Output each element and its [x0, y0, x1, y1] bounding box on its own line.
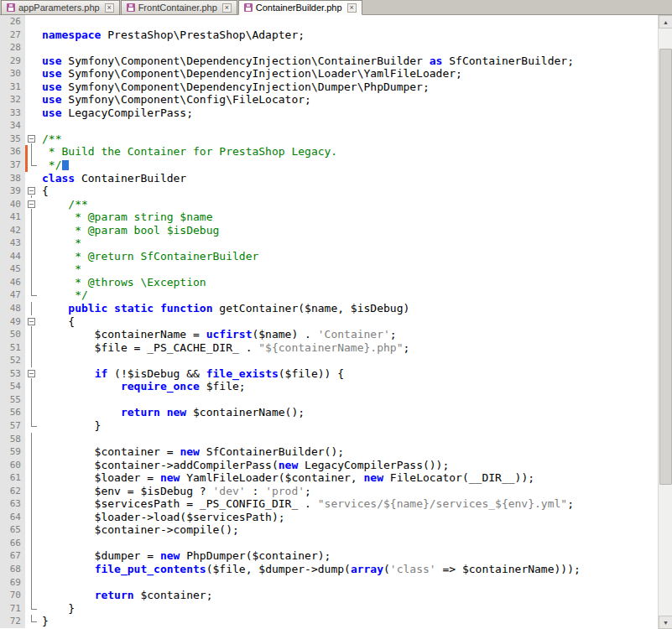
code-token: ; — [305, 485, 311, 497]
code-line[interactable]: 54 require_once $file; — [0, 380, 658, 393]
code-line[interactable]: 68 file_put_contents($file, $dumper->dum… — [0, 563, 658, 576]
code-line[interactable]: 28 — [0, 41, 658, 55]
code-line[interactable]: 62 $env = $isDebug ? 'dev' : 'prod'; — [0, 485, 658, 498]
code-line[interactable]: 31use Symfony\Component\DependencyInject… — [0, 81, 658, 94]
keyword-token: new — [160, 471, 180, 484]
code-token: (!$isDebug && — [107, 367, 206, 380]
line-number: 30 — [0, 67, 25, 81]
fold-toggle-icon[interactable] — [25, 133, 39, 146]
code-line[interactable]: 57 } — [0, 419, 658, 433]
scroll-up-icon[interactable]: ▲ — [659, 15, 672, 29]
code-line[interactable]: 61 $loader = new YamlFileLoader($contain… — [0, 471, 658, 485]
code-line[interactable]: 30use Symfony\Component\DependencyInject… — [0, 67, 658, 81]
code-token: $loader = — [42, 471, 160, 484]
vertical-scrollbar[interactable]: ▲ ▼ — [658, 15, 672, 629]
fold-margin — [25, 433, 39, 446]
fold-margin — [25, 341, 39, 355]
code-line[interactable]: 37 */ — [0, 159, 658, 172]
code-line[interactable]: 70 return $container; — [0, 589, 658, 602]
line-number: 46 — [0, 276, 25, 289]
code-line[interactable]: 59 $container = new SfContainerBuilder()… — [0, 445, 658, 459]
line-number: 71 — [0, 602, 25, 616]
code-line[interactable]: 69 — [0, 576, 658, 590]
code-line[interactable]: 32use Symfony\Component\Config\FileLocat… — [0, 93, 658, 107]
scroll-down-icon[interactable]: ▼ — [659, 616, 672, 629]
code-line[interactable]: 52 — [0, 354, 658, 367]
line-number: 55 — [0, 393, 25, 407]
fold-toggle-icon[interactable] — [25, 198, 39, 211]
fold-toggle-icon[interactable] — [25, 315, 39, 329]
code-line[interactable]: 42 * @param bool $isDebug — [0, 224, 658, 237]
line-number: 65 — [0, 523, 25, 537]
code-text: * — [39, 237, 658, 250]
code-line[interactable]: 65 $container->compile(); — [0, 523, 658, 537]
code-line[interactable]: 48 public static function getContainer($… — [0, 302, 658, 315]
code-text: $containerName = ucfirst($name) . 'Conta… — [39, 328, 658, 341]
collapse-box-icon[interactable] — [28, 200, 35, 208]
editor-tab[interactable]: ContainerBuilder.php× — [238, 0, 362, 15]
code-text: $servicesPath = _PS_CONFIG_DIR_ . "servi… — [39, 497, 658, 511]
code-line[interactable]: 41 * @param string $name — [0, 211, 658, 224]
code-line[interactable]: 38class ContainerBuilder — [0, 172, 658, 185]
code-line[interactable]: 72} — [0, 615, 658, 628]
line-number: 68 — [0, 563, 25, 576]
code-text: use Symfony\Component\DependencyInjectio… — [39, 55, 658, 68]
code-line[interactable]: 50 $containerName = ucfirst($name) . 'Co… — [0, 328, 658, 341]
fold-line — [31, 459, 32, 472]
keyword-token: use — [42, 81, 61, 93]
fold-line — [31, 263, 32, 276]
code-line[interactable]: 36 * Build the Container for PrestaShop … — [0, 145, 658, 159]
code-line[interactable]: 29use Symfony\Component\DependencyInject… — [0, 55, 658, 68]
code-line[interactable]: 35/** — [0, 133, 658, 146]
code-token: PhpDumper($container); — [180, 549, 331, 562]
code-line[interactable]: 46 * @throws \Exception — [0, 276, 658, 289]
line-number: 52 — [0, 354, 25, 367]
code-line[interactable]: 33use LegacyCompilerPass; — [0, 107, 658, 120]
editor-tab[interactable]: appParameters.php× — [1, 0, 120, 14]
scrollbar-thumb[interactable] — [659, 49, 672, 485]
line-number: 70 — [0, 589, 25, 602]
fold-line — [31, 537, 32, 550]
collapse-box-icon[interactable] — [28, 370, 35, 377]
code-line[interactable]: 47 */ — [0, 289, 658, 302]
collapse-box-icon[interactable] — [28, 135, 35, 143]
code-line[interactable]: 40 /** — [0, 198, 658, 211]
collapse-box-icon[interactable] — [28, 187, 35, 195]
code-line[interactable]: 49 { — [0, 315, 658, 329]
code-editor[interactable]: 2627namespace PrestaShop\PrestaShop\Adap… — [0, 15, 658, 629]
line-number: 42 — [0, 224, 25, 237]
code-line[interactable]: 27namespace PrestaShop\PrestaShop\Adapte… — [0, 29, 658, 42]
code-line[interactable]: 60 $container->addCompilerPass(new Legac… — [0, 459, 658, 472]
close-icon[interactable]: × — [105, 3, 114, 13]
comment-token: */ — [42, 159, 61, 171]
code-line[interactable]: 45 * — [0, 263, 658, 276]
code-line[interactable]: 71 } — [0, 602, 658, 616]
code-line[interactable]: 26 — [0, 15, 658, 29]
code-line[interactable]: 58 — [0, 433, 658, 446]
fold-margin — [25, 393, 39, 407]
fold-end-marker — [31, 609, 37, 610]
code-line[interactable]: 43 * — [0, 237, 658, 250]
code-line[interactable]: 64 $loader->load($servicesPath); — [0, 511, 658, 524]
editor-tab[interactable]: FrontContainer.php× — [121, 0, 237, 14]
fold-margin — [25, 172, 39, 185]
close-icon[interactable]: × — [347, 3, 357, 13]
fold-toggle-icon[interactable] — [25, 367, 39, 381]
code-line[interactable]: 53 if (!$isDebug && file_exists($file)) … — [0, 367, 658, 381]
fold-line — [31, 563, 32, 576]
collapse-box-icon[interactable] — [28, 318, 35, 325]
code-line[interactable]: 67 $dumper = new PhpDumper($container); — [0, 549, 658, 563]
code-line[interactable]: 34 — [0, 119, 658, 133]
code-line[interactable]: 39{ — [0, 185, 658, 198]
code-line[interactable]: 63 $servicesPath = _PS_CONFIG_DIR_ . "se… — [0, 497, 658, 511]
line-number: 43 — [0, 237, 25, 250]
code-line[interactable]: 66 — [0, 537, 658, 550]
code-line[interactable]: 51 $file = _PS_CACHE_DIR_ . "${container… — [0, 341, 658, 355]
code-line[interactable]: 55 — [0, 393, 658, 407]
fold-margin — [25, 419, 39, 433]
code-line[interactable]: 56 return new $containerName(); — [0, 406, 658, 419]
code-token — [42, 406, 121, 418]
code-line[interactable]: 44 * @return SfContainerBuilder — [0, 250, 658, 263]
fold-toggle-icon[interactable] — [25, 185, 39, 198]
close-icon[interactable]: × — [222, 3, 232, 13]
